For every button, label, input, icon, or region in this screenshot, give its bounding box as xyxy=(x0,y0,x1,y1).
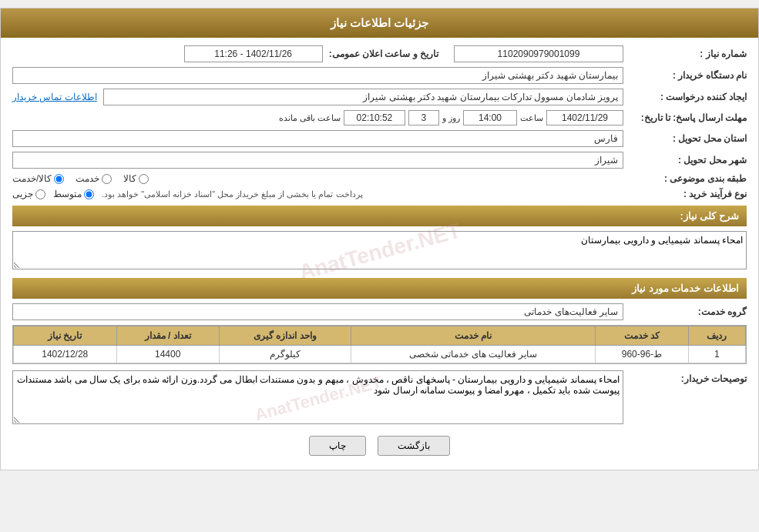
page-header: جزئیات اطلاعات نیاز xyxy=(1,8,758,38)
category-row: طبقه بندی موضوعی : کالا خدمت کالا/خدمت xyxy=(12,173,747,184)
service-info-section-header: اطلاعات خدمات مورد نیاز xyxy=(12,278,747,299)
table-head: ردیف کد خدمت نام خدمت واحد اندازه گیری ت… xyxy=(14,326,746,346)
proc-type-row: نوع فرآیند خرید : پرداخت تمام یا بخشی از… xyxy=(12,189,747,199)
need-number-row: شماره نیاز : 1102090979001099 تاریخ و سا… xyxy=(12,45,747,62)
col-service-name: نام خدمت xyxy=(351,326,596,346)
send-time-label: ساعت xyxy=(520,113,543,123)
proc-desc-text: پرداخت تمام یا بخشی از مبلغ خریداز محل "… xyxy=(102,189,363,199)
buttons-row: بازگشت چاپ xyxy=(12,436,747,456)
proc-jozii-radio[interactable] xyxy=(35,189,45,199)
service-group-label: گروه خدمت: xyxy=(623,306,747,317)
services-table-container: ردیف کد خدمت نام خدمت واحد اندازه گیری ت… xyxy=(12,325,747,364)
table-cell-row: 1 xyxy=(688,346,745,363)
proc-jozii: جزیی xyxy=(12,189,45,199)
send-remaining-label: ساعت باقی مانده xyxy=(279,113,341,123)
province-label: استان محل تحویل : xyxy=(623,133,747,144)
service-info-label: اطلاعات خدمات مورد نیاز xyxy=(632,283,739,294)
need-desc-area: AnatTender.NET xyxy=(12,231,747,272)
proc-type-label: نوع فرآیند خرید : xyxy=(623,189,747,199)
services-table: ردیف کد خدمت نام خدمت واحد اندازه گیری ت… xyxy=(13,326,746,363)
col-date: تاریخ نیاز xyxy=(14,326,117,346)
category-kala-label: کالا xyxy=(123,173,136,184)
need-number-label: شماره نیاز : xyxy=(623,49,747,59)
table-header-row: ردیف کد خدمت نام خدمت واحد اندازه گیری ت… xyxy=(14,326,746,346)
col-service-code: کد خدمت xyxy=(596,326,688,346)
category-kala-khedmat-label: کالا/خدمت xyxy=(12,173,52,184)
col-row-num: ردیف xyxy=(688,326,745,346)
proc-jozii-label: جزیی xyxy=(12,189,33,199)
send-days-label: روز و xyxy=(442,113,460,123)
category-khedmat-label: خدمت xyxy=(76,173,99,184)
creator-row: ایجاد کننده درخواست : پرویز شادمان مسوول… xyxy=(12,89,747,105)
buyer-org-row: نام دستگاه خریدار : بیمارستان شهید دکتر … xyxy=(12,67,747,84)
page-wrapper: جزئیات اطلاعات نیاز شماره نیاز : 1102090… xyxy=(0,8,759,470)
buyer-org-value: بیمارستان شهید دکتر بهشتی شیراز xyxy=(12,67,623,84)
table-body: 1ط-96-960سایر فعالیت های خدماتی شخصیکیلو… xyxy=(14,346,746,363)
buyer-notes-textarea[interactable] xyxy=(12,370,623,424)
province-row: استان محل تحویل : فارس xyxy=(12,130,747,147)
need-number-value: 1102090979001099 xyxy=(454,45,623,62)
send-date-row: مهلت ارسال پاسخ: تا تاریخ: 1402/11/29 سا… xyxy=(12,110,747,125)
category-khedmat: خدمت xyxy=(76,173,112,184)
announce-label: تاریخ و ساعت اعلان عمومی: xyxy=(323,49,438,59)
proc-motaset-label: متوسط xyxy=(53,189,82,199)
send-date-label: مهلت ارسال پاسخ: تا تاریخ: xyxy=(623,112,747,123)
buyer-notes-row: توصیحات خریدار: AnatTender.NET xyxy=(12,370,747,427)
need-desc-section-label: شرح کلی نیاز: xyxy=(680,210,739,222)
table-cell-unit: کیلوگرم xyxy=(219,346,351,363)
category-label: طبقه بندی موضوعی : xyxy=(623,173,747,184)
col-qty: تعداد / مقدار xyxy=(116,326,219,346)
city-label: شهر محل تحویل : xyxy=(623,155,747,166)
proc-motaset: متوسط xyxy=(53,189,94,199)
print-button[interactable]: چاپ xyxy=(309,436,366,456)
province-value: فارس xyxy=(12,130,623,147)
creator-contact-link[interactable]: اطلاعات تماس خریدار xyxy=(12,92,97,102)
creator-value: پرویز شادمان مسوول تدارکات بیمارستان شهی… xyxy=(103,89,623,105)
category-options: کالا خدمت کالا/خدمت xyxy=(12,173,623,184)
proc-type-options: پرداخت تمام یا بخشی از مبلغ خریداز محل "… xyxy=(12,189,623,199)
need-desc-section-header: شرح کلی نیاز: xyxy=(12,206,747,226)
service-group-value: سایر فعالیت‌های خدماتی xyxy=(12,303,623,320)
category-kala-khedmat-radio[interactable] xyxy=(54,174,64,184)
table-cell-qty: 14400 xyxy=(116,346,219,363)
send-remaining-value: 02:10:52 xyxy=(344,110,405,125)
category-khedmat-radio[interactable] xyxy=(102,174,112,184)
send-time-value: 14:00 xyxy=(463,110,517,125)
send-date-value: 1402/11/29 xyxy=(546,110,623,125)
category-kala: کالا xyxy=(123,173,149,184)
col-unit: واحد اندازه گیری xyxy=(219,326,351,346)
table-cell-name: سایر فعالیت های خدماتی شخصی xyxy=(351,346,596,363)
main-content: شماره نیاز : 1102090979001099 تاریخ و سا… xyxy=(1,38,758,470)
buyer-notes-label: توصیحات خریدار: xyxy=(623,370,747,384)
send-date-parts: 1402/11/29 ساعت 14:00 روز و 3 02:10:52 س… xyxy=(12,110,623,125)
page-title: جزئیات اطلاعات نیاز xyxy=(331,16,428,29)
city-row: شهر محل تحویل : شیراز xyxy=(12,152,747,169)
service-group-row: گروه خدمت: سایر فعالیت‌های خدماتی xyxy=(12,303,747,320)
table-row: 1ط-96-960سایر فعالیت های خدماتی شخصیکیلو… xyxy=(14,346,746,363)
table-cell-date: 1402/12/28 xyxy=(14,346,117,363)
buyer-notes-area: AnatTender.NET xyxy=(12,370,623,427)
category-kala-khedmat: کالا/خدمت xyxy=(12,173,64,184)
city-value: شیراز xyxy=(12,152,623,169)
table-cell-code: ط-96-960 xyxy=(596,346,688,363)
buyer-org-label: نام دستگاه خریدار : xyxy=(623,70,747,81)
category-kala-radio[interactable] xyxy=(139,174,149,184)
proc-motaset-radio[interactable] xyxy=(84,189,94,199)
need-desc-textarea[interactable] xyxy=(12,231,747,269)
creator-label: ایجاد کننده درخواست : xyxy=(623,92,747,102)
announce-value: 1402/11/26 - 11:26 xyxy=(184,45,323,62)
send-days-value: 3 xyxy=(408,110,439,125)
back-button[interactable]: بازگشت xyxy=(378,436,450,456)
